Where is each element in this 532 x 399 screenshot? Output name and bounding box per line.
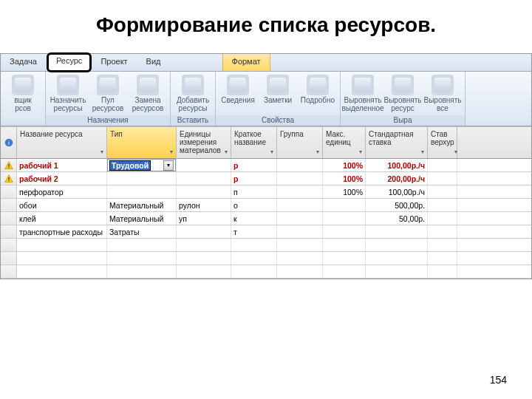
table-row[interactable]: клейМатериальныйупк50,00р.: [1, 212, 531, 225]
cell-short[interactable]: т: [231, 225, 277, 238]
cell-max[interactable]: [323, 265, 366, 278]
cell-short[interactable]: р: [231, 159, 277, 171]
ribbon-button[interactable]: Выровнятьресурс: [383, 73, 422, 112]
table-row[interactable]: перфораторп100%100,00р./ч: [1, 185, 531, 199]
cell-group[interactable]: [277, 159, 323, 171]
cell-rate[interactable]: [366, 265, 428, 278]
table-row[interactable]: транспортные расходыЗатратыт: [1, 225, 531, 239]
ribbon-button[interactable]: Пулресурсов: [89, 73, 127, 112]
cell-unit[interactable]: [177, 172, 231, 185]
ribbon-button[interactable]: Сведения: [219, 73, 257, 105]
column-header-name[interactable]: Название ресурса▾: [17, 127, 107, 158]
cell-short[interactable]: о: [231, 199, 277, 211]
cell-short[interactable]: [231, 252, 277, 265]
cell-group[interactable]: [277, 265, 323, 278]
ribbon-button[interactable]: Выровнятьвыделенное: [344, 73, 382, 112]
table-row[interactable]: [1, 265, 531, 279]
cell-group[interactable]: [277, 225, 323, 238]
ribbon-button[interactable]: Выровнятьвсе: [423, 73, 462, 112]
cell-group[interactable]: [277, 199, 323, 211]
table-row[interactable]: [1, 239, 531, 252]
cell-rate[interactable]: 500,00р.: [366, 199, 428, 211]
column-sort-icon[interactable]: ▾: [316, 149, 319, 155]
cell-unit[interactable]: [177, 225, 231, 238]
cell-unit[interactable]: [177, 159, 231, 171]
cell-type[interactable]: [107, 265, 177, 278]
cell-type[interactable]: Материальный: [107, 199, 177, 211]
cell-rate[interactable]: 100,00р./ч: [366, 159, 428, 171]
cell-rate[interactable]: [366, 239, 428, 251]
cell-rate[interactable]: 200,00р./ч: [366, 172, 428, 185]
cell-group[interactable]: [277, 185, 323, 198]
column-header-over[interactable]: Став верхур▾: [428, 127, 457, 158]
table-row[interactable]: !рабочий 2р100%200,00р./ч: [1, 172, 531, 185]
chevron-down-icon[interactable]: ▾: [163, 160, 174, 171]
table-row[interactable]: !рабочий 1Трудовой▾ТрудовойМатериальныйЗ…: [1, 159, 531, 172]
cell-max[interactable]: [323, 252, 366, 265]
cell-group[interactable]: [277, 172, 323, 185]
cell-over[interactable]: [428, 199, 457, 211]
column-header-unit[interactable]: Единицы измерения материалов▾: [177, 127, 231, 158]
cell-name[interactable]: [17, 239, 107, 251]
cell-max[interactable]: [323, 225, 366, 238]
ribbon-button[interactable]: Назначитьресурсы: [49, 73, 87, 112]
cell-name[interactable]: [17, 252, 107, 265]
cell-type[interactable]: [107, 239, 177, 251]
column-header-type[interactable]: Тип▾: [107, 127, 177, 158]
table-row[interactable]: обоиМатериальныйрулоно500,00р.: [1, 199, 531, 212]
cell-unit[interactable]: [177, 239, 231, 251]
column-sort-icon[interactable]: ▾: [421, 149, 424, 155]
table-row[interactable]: [1, 252, 531, 265]
cell-over[interactable]: [428, 265, 457, 278]
cell-group[interactable]: [277, 212, 323, 225]
cell-over[interactable]: [428, 225, 457, 238]
cell-over[interactable]: [428, 252, 457, 265]
tab-resource[interactable]: Ресурс: [47, 52, 92, 72]
tab-format[interactable]: Формат: [222, 54, 270, 71]
ribbon-button[interactable]: Заметки: [259, 73, 297, 105]
tab-view[interactable]: Вид: [137, 54, 171, 71]
cell-rate[interactable]: [366, 225, 428, 238]
cell-short[interactable]: к: [231, 212, 277, 225]
cell-unit[interactable]: уп: [177, 212, 231, 225]
column-sort-icon[interactable]: ▾: [170, 149, 173, 155]
cell-over[interactable]: [428, 239, 457, 251]
column-sort-icon[interactable]: ▾: [100, 149, 103, 155]
cell-name[interactable]: клей: [17, 212, 107, 225]
ribbon-button[interactable]: Заменаресурсов: [129, 73, 167, 112]
column-sort-icon[interactable]: ▾: [270, 149, 273, 155]
cell-short[interactable]: [231, 265, 277, 278]
cell-name[interactable]: обои: [17, 199, 107, 211]
column-sort-icon[interactable]: ▾: [225, 149, 228, 155]
cell-type[interactable]: Материальный: [107, 212, 177, 225]
cell-over[interactable]: [428, 212, 457, 225]
cell-max[interactable]: 100%: [323, 185, 366, 198]
cell-max[interactable]: [323, 199, 366, 211]
cell-over[interactable]: [428, 185, 457, 198]
cell-name[interactable]: [17, 265, 107, 278]
column-header-max[interactable]: Макс. единиц▾: [323, 127, 366, 158]
cell-rate[interactable]: 100,00р./ч: [366, 185, 428, 198]
cell-name[interactable]: рабочий 2: [17, 172, 107, 185]
cell-max[interactable]: [323, 212, 366, 225]
ribbon-button[interactable]: Добавитьресурсы: [174, 73, 212, 112]
cell-type[interactable]: [107, 252, 177, 265]
cell-over[interactable]: [428, 159, 457, 171]
column-header-short[interactable]: Краткое название▾: [231, 127, 277, 158]
cell-name[interactable]: рабочий 1: [17, 159, 107, 171]
column-header-group[interactable]: Группа▾: [277, 127, 323, 158]
cell-group[interactable]: [277, 239, 323, 251]
cell-short[interactable]: р: [231, 172, 277, 185]
cell-type[interactable]: [107, 172, 177, 185]
tab-project[interactable]: Проект: [92, 54, 137, 71]
ribbon-button[interactable]: вщикрсов: [4, 73, 42, 112]
tab-task[interactable]: Задача: [1, 54, 47, 71]
cell-short[interactable]: [231, 239, 277, 251]
cell-unit[interactable]: [177, 185, 231, 198]
ribbon-button[interactable]: Подробно: [299, 73, 337, 105]
column-sort-icon[interactable]: ▾: [359, 149, 362, 155]
cell-type[interactable]: Затраты: [107, 225, 177, 238]
cell-type[interactable]: Трудовой▾ТрудовойМатериальныйЗатраты: [107, 159, 177, 171]
column-sort-icon[interactable]: ▾: [454, 149, 457, 155]
cell-rate[interactable]: 50,00р.: [366, 212, 428, 225]
